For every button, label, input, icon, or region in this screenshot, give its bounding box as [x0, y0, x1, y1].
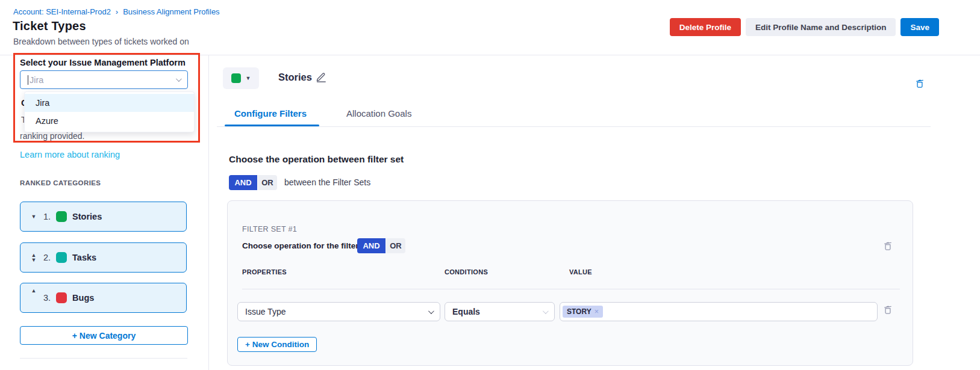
condition-select-value: Equals — [452, 307, 480, 316]
sidebar: Select your Issue Management Platform Ji… — [0, 55, 209, 370]
platform-option-azure[interactable]: Azure — [25, 112, 194, 130]
category-rank: 3. — [43, 293, 51, 303]
pencil-icon — [316, 71, 327, 82]
and-toggle-option[interactable]: AND — [357, 238, 385, 253]
sidebar-divider — [20, 358, 187, 359]
tab-allocation-goals[interactable]: Allocation Goals — [346, 108, 411, 119]
column-header-conditions: CONDITIONS — [445, 268, 488, 276]
delete-profile-button[interactable]: Delete Profile — [670, 18, 741, 36]
stories-color-swatch — [56, 211, 67, 222]
or-toggle-option[interactable]: OR — [386, 238, 405, 253]
category-card-bugs[interactable]: ▲ 3. Bugs — [20, 283, 187, 313]
property-select[interactable]: Issue Type — [237, 302, 440, 321]
trash-icon — [915, 78, 925, 88]
platform-select-label: Select your Issue Management Platform — [20, 58, 186, 67]
tasks-color-swatch — [56, 252, 67, 263]
move-down-icon[interactable]: ▼ — [31, 214, 37, 219]
breadcrumb-account-link[interactable]: Account: SEI-Internal-Prod2 — [13, 7, 111, 16]
platform-option-jira[interactable]: Jira — [25, 94, 194, 112]
category-name: Bugs — [72, 293, 94, 303]
filter-sets-and-or-toggle: AND OR — [229, 175, 277, 190]
filters-and-or-toggle: AND OR — [357, 238, 405, 253]
edit-profile-button[interactable]: Edit Profile Name and Description — [746, 18, 896, 36]
app-root: Account: SEI-Internal-Prod2 › Business A… — [0, 0, 980, 370]
selected-color-swatch — [231, 73, 241, 83]
ranked-categories-label: RANKED CATEGORIES — [20, 179, 101, 187]
filter-set-panel: FILTER SET #1 Choose operation for the f… — [227, 200, 913, 366]
trash-icon — [883, 304, 893, 315]
remove-tag-icon[interactable]: × — [595, 307, 599, 316]
filter-sets-caption: between the Filter Sets — [284, 177, 370, 187]
delete-condition-button[interactable] — [883, 304, 893, 316]
columns-divider — [242, 289, 900, 289]
tab-configure-filters[interactable]: Configure Filters — [234, 108, 307, 119]
delete-filter-set-button[interactable] — [883, 241, 893, 253]
bugs-color-swatch — [56, 292, 67, 303]
breadcrumb-profiles-link[interactable]: Business Alignment Profiles — [123, 7, 219, 16]
chevron-down-icon — [176, 76, 182, 82]
text-cursor — [28, 75, 28, 85]
new-category-button[interactable]: + New Category — [20, 326, 188, 345]
trash-icon — [883, 241, 893, 251]
value-multiselect-input[interactable]: STORY × — [560, 302, 878, 321]
move-up-icon[interactable]: ▲ — [31, 288, 37, 293]
edit-category-name-button[interactable] — [316, 71, 327, 84]
chevron-down-icon — [543, 308, 549, 314]
value-tag-story: STORY × — [563, 306, 603, 318]
caret-down-icon: ▼ — [246, 75, 251, 81]
breadcrumb: Account: SEI-Internal-Prod2 › Business A… — [13, 7, 220, 16]
filters-operation-label: Choose operation for the filters — [242, 241, 363, 250]
category-name: Stories — [72, 212, 102, 221]
column-header-value: VALUE — [569, 268, 592, 276]
filter-set-operation-heading: Choose the operation between filter set — [229, 154, 404, 165]
category-card-tasks[interactable]: ▲ ▼ 2. Tasks — [20, 242, 187, 273]
category-color-dropdown[interactable]: ▼ — [223, 67, 259, 89]
delete-category-button[interactable] — [915, 78, 925, 90]
category-name: Tasks — [72, 253, 96, 262]
platform-input-placeholder: Jira — [30, 75, 176, 85]
category-card-stories[interactable]: ▼ 1. Stories — [20, 202, 187, 232]
value-tag-label: STORY — [567, 307, 591, 316]
new-condition-button[interactable]: + New Condition — [237, 337, 317, 352]
platform-dropdown-menu: Jira Azure — [24, 91, 195, 132]
and-toggle-option[interactable]: AND — [229, 175, 257, 190]
save-button[interactable]: Save — [900, 18, 939, 36]
learn-more-ranking-link[interactable]: Learn more about ranking — [20, 150, 120, 159]
tabs-divider — [217, 126, 931, 127]
page-subtitle: Breakdown between types of tickets worke… — [13, 37, 189, 46]
condition-select[interactable]: Equals — [445, 302, 555, 321]
page-title: Ticket Types — [13, 19, 86, 33]
column-header-properties: PROPERTIES — [242, 268, 287, 276]
category-rank: 1. — [43, 212, 51, 221]
property-select-value: Issue Type — [245, 307, 286, 316]
breadcrumb-separator-icon: › — [116, 7, 118, 16]
category-rank: 2. — [43, 253, 51, 262]
category-title: Stories — [278, 72, 312, 83]
move-down-icon[interactable]: ▼ — [31, 257, 37, 262]
platform-select-input[interactable]: Jira — [20, 70, 188, 89]
chevron-down-icon — [428, 308, 434, 314]
page-header: Account: SEI-Internal-Prod2 › Business A… — [0, 0, 980, 55]
main-panel: ▼ Stories Configure Filters Allocation G… — [209, 55, 980, 370]
ranking-provided-text: ranking provided. — [20, 131, 84, 141]
header-actions: Delete Profile Edit Profile Name and Des… — [670, 18, 939, 36]
filter-set-title: FILTER SET #1 — [242, 225, 297, 233]
or-toggle-option[interactable]: OR — [258, 175, 277, 190]
